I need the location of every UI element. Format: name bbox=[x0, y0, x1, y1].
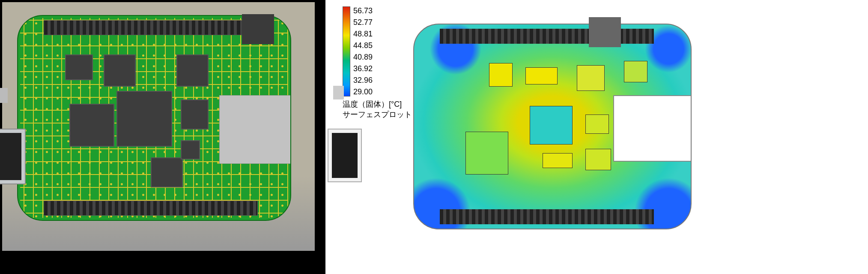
chip bbox=[181, 99, 209, 129]
legend-tick: 40.89 bbox=[353, 51, 373, 63]
capacitor bbox=[589, 17, 621, 47]
capacitor bbox=[242, 14, 274, 44]
legend-tick: 44.85 bbox=[353, 40, 373, 51]
component-outline bbox=[525, 67, 558, 84]
gpio-header-top bbox=[44, 20, 258, 35]
component-outline bbox=[624, 61, 647, 82]
micro-usb-port bbox=[0, 88, 8, 103]
component-outline bbox=[585, 149, 611, 170]
gpio-header-bottom bbox=[440, 209, 654, 224]
cad-viewport[interactable] bbox=[2, 2, 315, 251]
usb-port bbox=[328, 129, 362, 182]
rf-shield bbox=[219, 95, 291, 164]
legend-gradient bbox=[343, 6, 350, 96]
thermal-viewport[interactable]: 56.73 52.77 48.81 44.85 40.89 36.92 32.9… bbox=[338, 0, 868, 274]
chip bbox=[65, 54, 93, 80]
component-outline bbox=[543, 153, 573, 168]
chip bbox=[151, 157, 183, 187]
legend-tick: 52.77 bbox=[353, 17, 373, 28]
pcb-thermal bbox=[413, 24, 692, 229]
legend-tick: 56.73 bbox=[353, 5, 373, 17]
micro-usb-port bbox=[333, 86, 344, 99]
component-outline-soc bbox=[530, 106, 573, 145]
component-outline bbox=[577, 65, 605, 91]
usb-port bbox=[0, 129, 26, 184]
chip-soc bbox=[116, 91, 172, 147]
component-outline bbox=[465, 132, 508, 175]
component-outline bbox=[489, 63, 513, 87]
chip bbox=[69, 104, 114, 147]
gpio-header-top bbox=[440, 29, 654, 44]
legend-tick: 48.81 bbox=[353, 28, 373, 40]
chip bbox=[104, 54, 136, 87]
gpio-header-bottom bbox=[44, 201, 258, 216]
component-outline bbox=[585, 114, 609, 134]
chip bbox=[176, 54, 209, 87]
pcb-cad bbox=[17, 15, 291, 221]
legend-tick: 32.96 bbox=[353, 75, 373, 86]
rf-shield bbox=[613, 95, 692, 162]
legend-tick: 36.92 bbox=[353, 63, 373, 75]
chip bbox=[181, 140, 200, 160]
legend-tick: 29.00 bbox=[353, 86, 373, 98]
legend-ticks: 56.73 52.77 48.81 44.85 40.89 36.92 32.9… bbox=[353, 5, 373, 98]
